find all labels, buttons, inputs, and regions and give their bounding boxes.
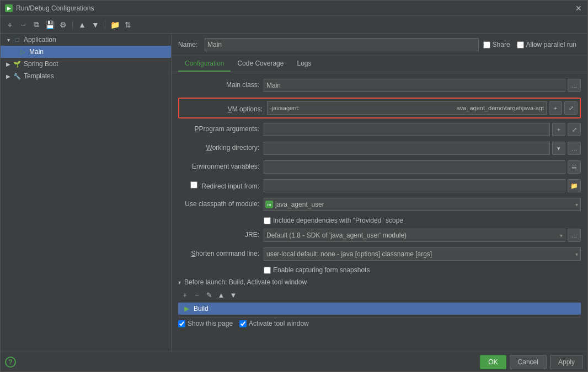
template-icon: 🔧 xyxy=(13,72,22,80)
name-row: Name: Share Allow parallel run xyxy=(172,34,587,56)
program-args-expand-button[interactable]: ⤢ xyxy=(568,123,581,136)
sidebar-item-templates[interactable]: ▶ 🔧 Templates xyxy=(1,70,171,82)
ok-button[interactable]: OK xyxy=(480,355,506,369)
build-label: Build xyxy=(194,305,209,312)
vm-options-expand-button[interactable]: ⤢ xyxy=(564,101,578,115)
shorten-cmd-arrow: ▾ xyxy=(575,251,578,257)
tab-code-coverage[interactable]: Code Coverage xyxy=(231,56,290,72)
working-dir-blurred xyxy=(266,145,334,152)
share-checkbox[interactable] xyxy=(483,41,490,48)
include-deps-checkbox[interactable] xyxy=(264,217,271,224)
classpath-row: Use classpath of module: m java_agent_us… xyxy=(178,198,581,212)
run-config-icon: ▷ xyxy=(18,47,27,56)
include-deps-row: Include dependencies with "Provided" sco… xyxy=(264,217,581,224)
main-class-input[interactable] xyxy=(264,79,565,92)
main-class-label: Main class: xyxy=(178,79,264,89)
move-up-button[interactable]: ▲ xyxy=(76,19,88,31)
vm-options-add-button[interactable]: + xyxy=(549,101,562,115)
working-dir-label: Working directory: xyxy=(178,142,264,152)
vm-inner: VM options: -javaagent: ava_agent_demo\t… xyxy=(181,101,578,115)
sidebar-item-main[interactable]: ▷ Main xyxy=(1,46,171,58)
sidebar-item-spring-boot[interactable]: ▶ 🌱 Spring Boot xyxy=(1,58,171,70)
sort-button[interactable]: ⇅ xyxy=(122,19,134,31)
classpath-field: m java_agent_user ▾ xyxy=(264,198,581,211)
move-down-button[interactable]: ▼ xyxy=(89,19,101,31)
module-dropdown[interactable]: m java_agent_user ▾ xyxy=(264,198,581,211)
enable-capturing-checkbox[interactable] xyxy=(264,267,271,274)
jre-value: Default (1.8 - SDK of 'java_agent_user' … xyxy=(266,231,407,239)
folder-button[interactable]: 📁 xyxy=(109,19,121,31)
show-page-row: Show this page Activate tool window xyxy=(178,317,581,330)
app-logo-icon: ▶ xyxy=(5,4,13,12)
close-button[interactable]: ✕ xyxy=(574,4,583,13)
share-checkbox-label[interactable]: Share xyxy=(483,41,510,48)
dialog-title: Run/Debug Configurations xyxy=(16,4,94,12)
jre-dropdown[interactable]: Default (1.8 - SDK of 'java_agent_user' … xyxy=(264,229,565,242)
vm-options-prefix: -javaagent: xyxy=(270,105,300,111)
before-launch-remove-button[interactable]: − xyxy=(191,289,202,300)
before-launch-arrow[interactable]: ▾ xyxy=(178,279,181,285)
vm-options-label: VM options: xyxy=(181,103,267,113)
sidebar-label-application: Application xyxy=(24,36,56,44)
name-input[interactable] xyxy=(205,38,479,51)
jre-browse-button[interactable]: … xyxy=(568,229,581,242)
tab-configuration[interactable]: Configuration xyxy=(178,56,231,72)
shorten-cmd-field: user-local default: none - java [options… xyxy=(264,247,581,261)
parallel-checkbox-label[interactable]: Allow parallel run xyxy=(517,41,576,48)
cancel-button[interactable]: Cancel xyxy=(510,355,547,369)
before-launch-edit-button[interactable]: ✎ xyxy=(204,289,215,300)
sidebar-label-templates: Templates xyxy=(24,72,54,80)
working-dir-field: ▾ … xyxy=(264,142,581,155)
working-dir-browse-button[interactable]: … xyxy=(568,142,581,155)
env-vars-field: ☰ xyxy=(264,160,581,174)
module-value: java_agent_user xyxy=(275,201,324,208)
main-class-row: Main class: … xyxy=(178,79,581,93)
copy-button[interactable]: ⧉ xyxy=(30,19,42,31)
show-page-checkbox[interactable] xyxy=(178,320,185,327)
jre-dropdown-arrow: ▾ xyxy=(560,233,563,239)
shorten-cmd-value: user-local default: none - java [options… xyxy=(266,250,432,258)
before-launch-add-button[interactable]: + xyxy=(179,289,190,300)
sidebar-item-application[interactable]: ▾ □ Application xyxy=(1,34,171,46)
program-args-row: PProgram arguments: + ⤢ xyxy=(178,123,581,137)
program-args-add-button[interactable]: + xyxy=(552,123,565,136)
env-vars-edit-button[interactable]: ☰ xyxy=(568,160,581,174)
before-launch-section: ▾ Before launch: Build, Activate tool wi… xyxy=(178,278,581,286)
footer-left: ? xyxy=(5,357,477,368)
build-icon: ▶ xyxy=(183,305,190,312)
toolbar: + − ⧉ 💾 ⚙ ▲ ▼ 📁 ⇅ xyxy=(1,16,587,34)
shorten-cmd-label: Shorten command line: xyxy=(178,247,264,257)
vm-options-field: -javaagent: ava_agent_demo\target\java-a… xyxy=(267,101,578,115)
expand-arrow-spring-boot: ▶ xyxy=(5,61,12,67)
before-launch-down-button[interactable]: ▼ xyxy=(228,289,239,300)
redirect-browse-button[interactable]: 📁 xyxy=(568,179,581,192)
parallel-checkbox[interactable] xyxy=(517,41,524,48)
redirect-row: Redirect input from: 📁 xyxy=(178,179,581,193)
module-icon: m xyxy=(265,201,273,208)
working-dir-dropdown-button[interactable]: ▾ xyxy=(552,142,565,155)
main-class-browse-button[interactable]: … xyxy=(568,79,581,92)
settings-button[interactable]: ⚙ xyxy=(57,19,69,31)
add-button[interactable]: + xyxy=(4,19,16,31)
working-dir-input[interactable] xyxy=(264,142,550,155)
expand-arrow-templates: ▶ xyxy=(5,73,12,79)
save-button[interactable]: 💾 xyxy=(44,19,56,31)
remove-button[interactable]: − xyxy=(17,19,29,31)
include-deps-label[interactable]: Include dependencies with "Provided" sco… xyxy=(273,217,403,224)
title-bar: ▶ Run/Debug Configurations ✕ xyxy=(1,1,587,16)
before-launch-up-button[interactable]: ▲ xyxy=(216,289,227,300)
activate-window-label: Activate tool window xyxy=(249,320,309,327)
help-button[interactable]: ? xyxy=(5,357,16,368)
enable-capturing-label[interactable]: Enable capturing form snapshots xyxy=(273,266,370,274)
before-launch-label: Before launch: Build, Activate tool wind… xyxy=(184,278,307,286)
tab-logs[interactable]: Logs xyxy=(290,56,318,72)
main-content: ▾ □ Application ▷ Main ▶ 🌱 Spring Boot ▶… xyxy=(1,34,587,352)
name-label: Name: xyxy=(178,41,200,48)
apply-button[interactable]: Apply xyxy=(550,355,583,369)
program-args-field: + ⤢ xyxy=(264,123,581,136)
activate-window-checkbox[interactable] xyxy=(239,320,247,327)
main-class-field: … xyxy=(264,79,581,92)
expand-arrow-application: ▾ xyxy=(5,36,12,43)
shorten-cmd-dropdown[interactable]: user-local default: none - java [options… xyxy=(264,247,581,261)
redirect-checkbox[interactable] xyxy=(190,181,197,188)
